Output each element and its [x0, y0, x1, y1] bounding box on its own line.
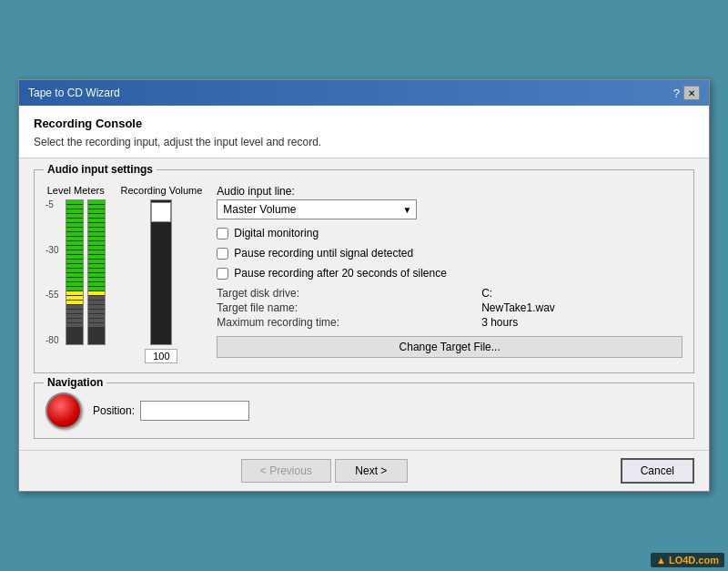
audio-settings-content: Level Meters -5 -30 -55 -80 — [35, 170, 693, 372]
navigation-content: Position: — [35, 383, 693, 438]
db-labels: -5 -30 -55 -80 — [46, 199, 58, 345]
digital-monitoring-checkbox[interactable] — [217, 228, 228, 240]
title-bar: Tape to CD Wizard ? ✕ — [19, 80, 709, 106]
pause-on-signal-label: Pause recording until signal detected — [234, 247, 413, 260]
recording-volume-label: Recording Volume — [120, 185, 202, 196]
record-button[interactable] — [46, 393, 82, 429]
db-minus55: -55 — [46, 290, 58, 300]
volume-value: 100 — [145, 349, 177, 363]
audio-settings-section: Audio input settings Level Meters -5 -30… — [34, 169, 694, 373]
recording-volume-area: Recording Volume 100 — [120, 185, 202, 363]
db-minus80: -80 — [46, 335, 58, 345]
right-settings: Audio input line: Master Volume Line In … — [217, 185, 682, 358]
change-target-file-button[interactable]: Change Target File... — [217, 336, 682, 358]
volume-thumb[interactable] — [151, 202, 171, 222]
target-disk-label: Target disk drive: — [217, 287, 467, 300]
digital-monitoring-row: Digital monitoring — [217, 227, 682, 240]
page-title: Recording Console — [34, 117, 694, 130]
volume-slider-container: 100 — [145, 199, 177, 363]
pause-on-signal-checkbox[interactable] — [217, 248, 228, 260]
next-button[interactable]: Next > — [335, 459, 408, 483]
navigation-section: Navigation Position: — [34, 382, 694, 439]
position-label: Position: — [93, 404, 135, 417]
help-button[interactable]: ? — [673, 86, 680, 100]
watermark: ▲ LO4D.com — [651, 553, 724, 567]
pause-on-silence-row: Pause recording after 20 seconds of sile… — [217, 267, 682, 280]
pause-on-silence-checkbox[interactable] — [217, 268, 228, 280]
level-meter-right — [87, 199, 106, 345]
meters-container: -5 -30 -55 -80 — [46, 199, 106, 345]
max-time-label: Maximum recording time: — [217, 316, 467, 329]
page-description: Select the recording input, adjust the i… — [34, 136, 694, 148]
max-time-value: 3 hours — [481, 316, 682, 329]
pause-on-silence-label: Pause recording after 20 seconds of sile… — [234, 267, 446, 280]
main-dialog: Tape to CD Wizard ? ✕ Recording Console … — [18, 79, 710, 492]
pause-on-signal-row: Pause recording until signal detected — [217, 247, 682, 260]
target-disk-value: C: — [481, 287, 682, 300]
audio-input-line-group: Audio input line: Master Volume Line In … — [217, 185, 682, 219]
target-file-label: Target file name: — [217, 301, 467, 314]
footer-nav-buttons: < Previous Next > — [34, 459, 615, 483]
info-grid: Target disk drive: C: Target file name: … — [217, 287, 682, 329]
db-minus5: -5 — [46, 199, 58, 209]
volume-track[interactable] — [150, 199, 172, 345]
audio-input-dropdown-wrapper: Master Volume Line In Microphone ▼ — [217, 199, 417, 219]
audio-input-dropdown[interactable]: Master Volume Line In Microphone — [217, 199, 417, 219]
audio-settings-layout: Level Meters -5 -30 -55 -80 — [46, 185, 682, 363]
level-meters-label: Level Meters — [47, 185, 105, 196]
audio-input-line-label: Audio input line: — [217, 185, 682, 198]
dialog-body: Audio input settings Level Meters -5 -30… — [19, 158, 709, 450]
watermark-brand: LO4D — [669, 555, 695, 566]
navigation-section-title: Navigation — [44, 376, 106, 389]
level-meter-left — [66, 199, 84, 345]
window-title: Tape to CD Wizard — [28, 87, 120, 99]
position-group: Position: — [93, 401, 249, 421]
digital-monitoring-label: Digital monitoring — [234, 227, 318, 240]
position-input[interactable] — [140, 401, 249, 421]
audio-settings-title: Audio input settings — [44, 163, 157, 176]
level-meters-area: Level Meters -5 -30 -55 -80 — [46, 185, 106, 345]
dialog-footer: < Previous Next > Cancel — [19, 450, 709, 491]
title-bar-buttons: ? ✕ — [673, 86, 700, 100]
target-file-value: NewTake1.wav — [481, 301, 682, 314]
cancel-button[interactable]: Cancel — [621, 458, 694, 484]
previous-button[interactable]: < Previous — [241, 459, 331, 483]
watermark-suffix: .com — [695, 555, 719, 566]
close-button[interactable]: ✕ — [683, 86, 700, 100]
dialog-header: Recording Console Select the recording i… — [19, 106, 709, 158]
db-minus30: -30 — [46, 245, 58, 255]
watermark-icon: ▲ — [656, 555, 669, 566]
